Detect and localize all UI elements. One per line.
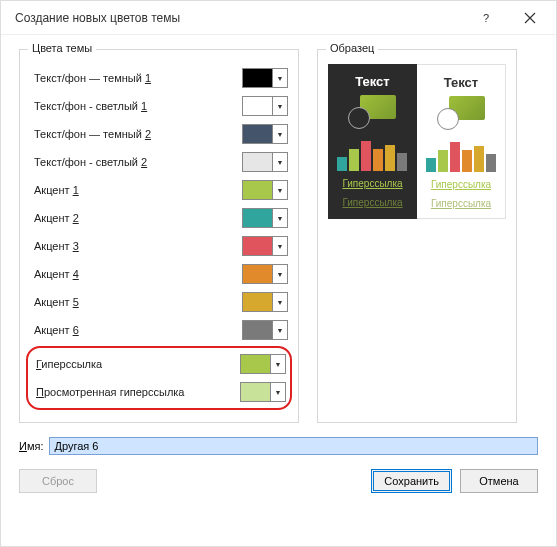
help-icon: ?	[483, 12, 489, 24]
chevron-down-icon: ▼	[273, 243, 287, 250]
color-label: Акцент 1	[30, 184, 236, 196]
sample-area: Текст Гиперссылка Гиперссылка Текст Гипе…	[328, 64, 506, 219]
name-label: Имя:	[19, 440, 43, 452]
sample-shapes-light	[437, 96, 485, 130]
chevron-down-icon: ▼	[273, 271, 287, 278]
color-picker-button[interactable]: ▼	[242, 96, 288, 116]
color-row: Акцент 6 ▼	[30, 316, 288, 344]
color-swatch	[243, 237, 273, 255]
color-row: Текст/фон — темный 2 ▼	[30, 120, 288, 148]
sample-link-dark: Гиперссылка	[342, 177, 402, 190]
color-picker-button[interactable]: ▼	[242, 68, 288, 88]
sample-bar	[426, 158, 436, 172]
sample-bar	[474, 146, 484, 172]
sample-bar	[462, 150, 472, 172]
color-swatch	[243, 265, 273, 283]
color-picker-button[interactable]: ▼	[242, 124, 288, 144]
color-swatch	[243, 181, 273, 199]
chevron-down-icon: ▼	[273, 103, 287, 110]
chevron-down-icon: ▼	[273, 299, 287, 306]
chevron-down-icon: ▼	[273, 327, 287, 334]
color-label: Текст/фон - светлый 1	[30, 100, 236, 112]
sample-dark: Текст Гиперссылка Гиперссылка	[328, 64, 417, 219]
color-label: Акцент 2	[30, 212, 236, 224]
sample-bar	[486, 154, 496, 172]
group-title-sample: Образец	[326, 42, 378, 54]
color-row: Акцент 1 ▼	[30, 176, 288, 204]
color-picker-button[interactable]: ▼	[242, 152, 288, 172]
reset-button: Сброс	[19, 469, 97, 493]
color-label: Текст/фон — темный 1	[30, 72, 236, 84]
color-row: Текст/фон — темный 1 ▼	[30, 64, 288, 92]
color-row: Текст/фон - светлый 1 ▼	[30, 92, 288, 120]
sample-shapes-dark	[348, 95, 396, 129]
color-row: Гиперссылка ▼	[32, 350, 286, 378]
sample-link-light: Гиперссылка	[431, 178, 491, 191]
color-picker-button[interactable]: ▼	[242, 264, 288, 284]
sample-bars-light	[426, 136, 496, 172]
button-row: Сброс Сохранить Отмена	[19, 469, 538, 493]
sample-dark-text: Текст	[355, 74, 389, 89]
close-button[interactable]	[508, 3, 552, 33]
color-label: Гиперссылка	[32, 358, 234, 370]
color-swatch	[243, 209, 273, 227]
color-label: Просмотренная гиперссылка	[32, 386, 234, 398]
color-picker-button[interactable]: ▼	[240, 382, 286, 402]
color-row: Акцент 3 ▼	[30, 232, 288, 260]
sample-bar	[385, 145, 395, 171]
close-icon	[524, 12, 536, 24]
chevron-down-icon: ▼	[273, 159, 287, 166]
dialog-create-theme-colors: Создание новых цветов темы ? Цвета темы …	[0, 0, 557, 547]
sample-bar	[397, 153, 407, 171]
color-row: Акцент 4 ▼	[30, 260, 288, 288]
color-row: Акцент 2 ▼	[30, 204, 288, 232]
color-swatch	[243, 293, 273, 311]
color-picker-button[interactable]: ▼	[240, 354, 286, 374]
color-swatch	[243, 321, 273, 339]
color-label: Акцент 3	[30, 240, 236, 252]
sample-bar	[349, 149, 359, 171]
color-picker-button[interactable]: ▼	[242, 236, 288, 256]
highlight-callout: Гиперссылка ▼ Просмотренная гиперссылка …	[26, 346, 292, 410]
color-swatch	[243, 97, 273, 115]
sample-group: Образец Текст Гиперссылка Гиперссылка Те…	[317, 49, 517, 423]
color-swatch	[243, 69, 273, 87]
color-swatch	[243, 153, 273, 171]
help-button[interactable]: ?	[464, 3, 508, 33]
group-title-colors: Цвета темы	[28, 42, 96, 54]
theme-colors-group: Цвета темы Текст/фон — темный 1 ▼ Текст/…	[19, 49, 299, 423]
name-row: Имя:	[19, 437, 538, 455]
sample-light-text: Текст	[444, 75, 478, 90]
chevron-down-icon: ▼	[271, 361, 285, 368]
chevron-down-icon: ▼	[273, 187, 287, 194]
sample-bar	[361, 141, 371, 171]
chevron-down-icon: ▼	[273, 131, 287, 138]
color-picker-button[interactable]: ▼	[242, 180, 288, 200]
color-picker-button[interactable]: ▼	[242, 292, 288, 312]
color-swatch	[241, 383, 271, 401]
chevron-down-icon: ▼	[273, 215, 287, 222]
color-row: Текст/фон - светлый 2 ▼	[30, 148, 288, 176]
color-swatch	[241, 355, 271, 373]
color-swatch	[243, 125, 273, 143]
color-label: Акцент 4	[30, 268, 236, 280]
chevron-down-icon: ▼	[271, 389, 285, 396]
cancel-button[interactable]: Отмена	[460, 469, 538, 493]
color-label: Акцент 5	[30, 296, 236, 308]
sample-bars-dark	[337, 135, 407, 171]
color-label: Акцент 6	[30, 324, 236, 336]
color-label: Текст/фон — темный 2	[30, 128, 236, 140]
sample-light: Текст Гиперссылка Гиперссылка	[417, 64, 506, 219]
color-row: Просмотренная гиперссылка ▼	[32, 378, 286, 406]
sample-bar	[450, 142, 460, 172]
dialog-title: Создание новых цветов темы	[15, 11, 464, 25]
color-row: Акцент 5 ▼	[30, 288, 288, 316]
color-picker-button[interactable]: ▼	[242, 208, 288, 228]
save-button[interactable]: Сохранить	[371, 469, 452, 493]
chevron-down-icon: ▼	[273, 75, 287, 82]
color-label: Текст/фон - светлый 2	[30, 156, 236, 168]
titlebar: Создание новых цветов темы ?	[1, 1, 556, 35]
color-picker-button[interactable]: ▼	[242, 320, 288, 340]
name-input[interactable]	[49, 437, 538, 455]
sample-bar	[373, 149, 383, 171]
